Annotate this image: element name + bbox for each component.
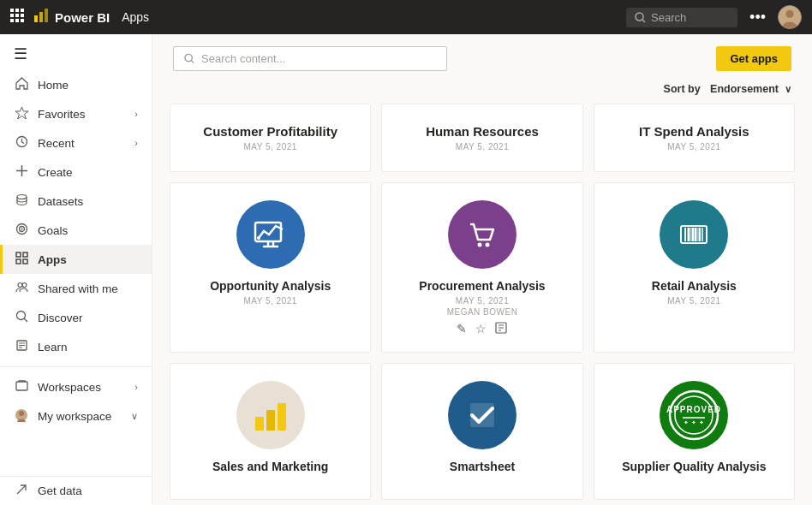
apps-grid: Customer Profitability May 5, 2021 Human…: [152, 104, 812, 505]
svg-rect-3: [10, 14, 14, 17]
opportunity-icon: [236, 200, 305, 269]
sidebar-item-datasets-label: Datasets: [38, 195, 83, 208]
app-card-human-resources[interactable]: Human Resources May 5, 2021: [381, 104, 582, 172]
svg-rect-10: [39, 12, 43, 22]
svg-point-68: [675, 396, 713, 434]
svg-point-67: [670, 391, 718, 439]
app-title-opportunity: Opportunity Analysis: [210, 279, 331, 293]
sidebar-item-datasets[interactable]: Datasets: [0, 187, 152, 216]
app-card-opportunity[interactable]: Opportunity Analysis May 5, 2021: [170, 182, 371, 353]
sidebar-item-discover-label: Discover: [38, 312, 83, 324]
app-title-procurement: Procurement Analysis: [419, 279, 545, 293]
sidebar-item-home-label: Home: [38, 79, 69, 92]
svg-rect-0: [10, 9, 14, 12]
favorites-icon: [14, 106, 29, 122]
svg-rect-26: [23, 253, 27, 257]
goals-icon: [14, 223, 29, 238]
sort-bar: Sort by Endorsement ∨: [152, 80, 812, 104]
app-date-it-spend: May 5, 2021: [667, 142, 720, 152]
svg-rect-6: [10, 19, 14, 22]
app-actions-procurement: ✎ ☆: [457, 322, 507, 336]
sidebar-item-recent[interactable]: Recent ›: [0, 128, 152, 157]
app-date-human-resources: May 5, 2021: [456, 142, 509, 152]
app-card-it-spend[interactable]: IT Spend Analysis May 5, 2021: [594, 104, 795, 172]
svg-rect-5: [21, 14, 24, 17]
sidebar-item-shared[interactable]: Shared with me: [0, 274, 152, 303]
content-search-box[interactable]: [173, 46, 447, 71]
sidebar-item-workspaces[interactable]: Workspaces ›: [0, 372, 152, 401]
app-card-supplier[interactable]: APPROVED ✦ ✦ ✦ Supplier Quality Analysis: [594, 363, 795, 500]
sort-chevron[interactable]: ∨: [785, 84, 791, 95]
app-name: Power BI: [55, 10, 110, 25]
svg-marker-17: [15, 107, 28, 119]
sidebar-item-myworkspace[interactable]: My workspace ∨: [0, 401, 152, 431]
app-card-smartsheet[interactable]: Smartsheet: [381, 363, 582, 500]
recent-chevron: ›: [134, 138, 138, 148]
sidebar-item-learn-label: Learn: [38, 341, 68, 354]
sidebar-item-goals[interactable]: Goals: [0, 216, 152, 245]
app-title-sales: Sales and Marketing: [212, 460, 328, 473]
smartsheet-icon: [448, 381, 516, 449]
svg-point-47: [257, 236, 260, 240]
svg-rect-63: [255, 417, 264, 431]
svg-rect-27: [16, 259, 21, 264]
shared-icon: [14, 281, 29, 296]
user-avatar[interactable]: [778, 5, 802, 29]
edit-icon[interactable]: ✎: [457, 322, 467, 336]
svg-point-12: [636, 13, 643, 21]
sidebar-item-learn[interactable]: Learn: [0, 332, 152, 361]
sidebar-item-getdata-label: Get data: [38, 484, 82, 497]
topbar-search-box[interactable]: [626, 8, 737, 27]
app-title-supplier: Supplier Quality Analysis: [622, 460, 766, 473]
svg-text:✦ ✦ ✦: ✦ ✦ ✦: [684, 419, 704, 425]
svg-line-13: [642, 20, 645, 22]
main-layout: ☰ Home Favorites › Recent ›: [0, 34, 812, 505]
home-icon: [14, 77, 29, 92]
app-title-it-spend: IT Spend Analysis: [639, 124, 749, 139]
sidebar-item-home[interactable]: Home: [0, 70, 152, 99]
sort-value[interactable]: Endorsement: [710, 83, 779, 95]
topbar-page-title: Apps: [122, 10, 149, 24]
sidebar-item-apps[interactable]: Apps: [0, 245, 152, 274]
topbar-search-input[interactable]: [651, 11, 719, 24]
app-author-procurement: Megan Bowen: [447, 307, 518, 317]
apps-icon: [14, 252, 29, 267]
create-icon: [14, 164, 29, 180]
svg-rect-7: [15, 19, 19, 22]
powerbi-logo-icon: [33, 7, 50, 28]
topbar-more-button[interactable]: •••: [746, 9, 769, 27]
sidebar-collapse-button[interactable]: ☰: [0, 38, 152, 70]
app-date-customer-profitability: May 5, 2021: [243, 142, 296, 152]
sidebar: ☰ Home Favorites › Recent ›: [0, 34, 152, 505]
star-icon[interactable]: ☆: [475, 322, 487, 336]
search-icon: [635, 12, 646, 23]
app-card-procurement[interactable]: Procurement Analysis May 5, 2021 Megan B…: [381, 182, 582, 353]
sidebar-item-discover[interactable]: Discover: [0, 303, 152, 332]
app-card-retail[interactable]: Retail Analysis May 5, 2021: [594, 182, 795, 353]
app-date-opportunity: May 5, 2021: [243, 296, 296, 306]
sidebar-item-getdata[interactable]: Get data: [0, 476, 152, 505]
svg-point-29: [18, 283, 22, 288]
myworkspace-icon: [14, 408, 29, 425]
sidebar-item-recent-label: Recent: [38, 137, 75, 150]
sidebar-item-favorites[interactable]: Favorites ›: [0, 99, 152, 128]
content-search-icon: [184, 53, 194, 64]
content-search-input[interactable]: [201, 52, 436, 65]
app-card-sales[interactable]: Sales and Marketing: [170, 363, 371, 500]
sidebar-item-apps-label: Apps: [38, 253, 67, 266]
content-header: Get apps: [152, 34, 812, 80]
app-card-customer-profitability[interactable]: Customer Profitability May 5, 2021: [170, 104, 371, 172]
supplier-icon: APPROVED ✦ ✦ ✦: [660, 381, 728, 449]
discover-icon: [14, 310, 29, 325]
grid-menu-icon[interactable]: [10, 9, 24, 26]
svg-point-21: [17, 195, 27, 199]
get-apps-button[interactable]: Get apps: [716, 46, 791, 71]
svg-point-41: [185, 54, 192, 61]
svg-line-32: [24, 318, 27, 322]
recent-icon: [14, 135, 29, 151]
topbar: Power BI Apps •••: [0, 0, 812, 34]
sales-icon: [236, 381, 305, 449]
svg-rect-4: [15, 14, 19, 17]
sidebar-item-create[interactable]: Create: [0, 157, 152, 187]
more-icon[interactable]: [495, 322, 507, 336]
